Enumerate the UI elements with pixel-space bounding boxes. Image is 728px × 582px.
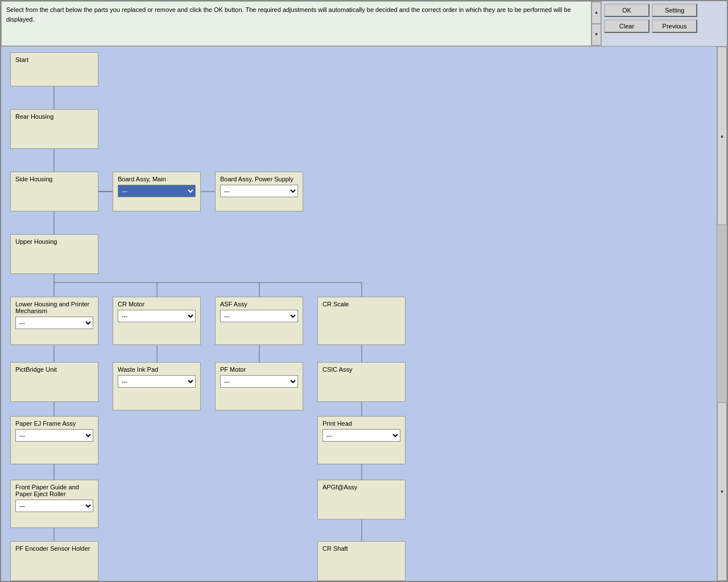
top-bar: Select from the chart below the parts yo… [1, 1, 727, 47]
ok-button[interactable]: OK [604, 3, 650, 17]
part-title-rear_housing: Rear Housing [15, 113, 93, 120]
part-select-lower_housing[interactable]: --- [15, 317, 93, 329]
part-box-apgf_assy: APGf@Assy [317, 480, 406, 519]
part-select-pf_motor[interactable]: --- [220, 375, 298, 388]
part-box-board_assy_main: Board Assy, Main--- [113, 172, 201, 211]
part-title-board_assy_main: Board Assy, Main [118, 176, 196, 182]
chart-scrollbar: ▲ ▼ [717, 47, 727, 581]
part-select-waste_ink_pad[interactable]: --- [118, 375, 196, 388]
chart-scroll-up[interactable]: ▲ [717, 47, 727, 225]
scroll-up-btn[interactable]: ▲ [592, 2, 601, 24]
part-select-board_assy_main[interactable]: --- [118, 185, 196, 197]
part-title-lower_housing: Lower Housing and Printer Mechanism [15, 301, 93, 314]
part-box-front_paper_guide: Front Paper Guide and Paper Eject Roller… [10, 480, 98, 528]
part-title-pictbridge_unit: PictBridge Unit [15, 366, 93, 373]
chart-area: StartRear HousingSide HousingBoard Assy,… [1, 47, 727, 581]
part-title-cr_shaft: CR Shaft [322, 545, 400, 552]
part-box-cr_shaft: CR Shaft [317, 541, 406, 581]
part-title-cr_scale: CR Scale [322, 301, 400, 307]
part-box-pictbridge_unit: PictBridge Unit [10, 362, 98, 402]
part-title-front_paper_guide: Front Paper Guide and Paper Eject Roller [15, 484, 93, 497]
chart-scroll-down[interactable]: ▼ [717, 402, 727, 581]
part-box-print_head: Print Head--- [317, 416, 406, 464]
part-box-csic_assy: CSIC Assy [317, 362, 406, 402]
part-box-paper_ej_frame: Paper EJ Frame Assy--- [10, 416, 98, 464]
part-select-board_assy_power[interactable]: --- [220, 185, 298, 197]
main-window: Select from the chart below the parts yo… [0, 0, 728, 582]
part-title-apgf_assy: APGf@Assy [322, 484, 400, 490]
clear-button[interactable]: Clear [604, 19, 650, 33]
previous-button[interactable]: Previous [652, 19, 697, 33]
part-title-asf_assy: ASF Assy [220, 301, 298, 307]
part-select-print_head[interactable]: --- [322, 429, 400, 442]
part-box-lower_housing: Lower Housing and Printer Mechanism--- [10, 297, 98, 345]
part-select-asf_assy[interactable]: --- [220, 310, 298, 322]
part-title-board_assy_power: Board Assy, Power Supply [220, 176, 298, 182]
part-box-side_housing: Side Housing [10, 172, 98, 211]
part-title-pf_encoder: PF Encoder Sensor Holder [15, 545, 93, 552]
part-title-start: Start [15, 56, 93, 63]
part-title-waste_ink_pad: Waste Ink Pad [118, 366, 196, 373]
part-box-rear_housing: Rear Housing [10, 109, 98, 149]
part-box-pf_encoder: PF Encoder Sensor Holder [10, 541, 98, 581]
part-title-paper_ej_frame: Paper EJ Frame Assy [15, 420, 93, 427]
chart-inner: StartRear HousingSide HousingBoard Assy,… [1, 47, 717, 581]
chart-content[interactable]: StartRear HousingSide HousingBoard Assy,… [1, 47, 717, 581]
part-select-cr_motor[interactable]: --- [118, 310, 196, 322]
part-title-upper_housing: Upper Housing [15, 238, 93, 245]
part-title-cr_motor: CR Motor [118, 301, 196, 307]
top-buttons: OK Setting Clear Previous [602, 1, 727, 46]
instruction-box: Select from the chart below the parts yo… [1, 1, 602, 46]
part-box-upper_housing: Upper Housing [10, 234, 98, 274]
part-select-front_paper_guide[interactable]: --- [15, 500, 93, 512]
part-box-board_assy_power: Board Assy, Power Supply--- [215, 172, 303, 211]
part-box-cr_motor: CR Motor--- [113, 297, 201, 345]
part-box-waste_ink_pad: Waste Ink Pad--- [113, 362, 201, 410]
part-select-paper_ej_frame[interactable]: --- [15, 429, 93, 442]
part-box-start: Start [10, 52, 98, 86]
part-box-pf_motor: PF Motor--- [215, 362, 303, 410]
part-title-csic_assy: CSIC Assy [322, 366, 400, 373]
part-title-print_head: Print Head [322, 420, 400, 427]
part-box-asf_assy: ASF Assy--- [215, 297, 303, 345]
second-row-buttons: Clear Previous [604, 19, 725, 33]
instruction-scrollbar: ▲ ▼ [591, 2, 601, 45]
setting-button[interactable]: Setting [652, 3, 697, 17]
part-title-side_housing: Side Housing [15, 176, 93, 182]
scroll-down-btn[interactable]: ▼ [592, 24, 601, 46]
top-row-buttons: OK Setting [604, 3, 725, 17]
part-box-cr_scale: CR Scale [317, 297, 406, 345]
part-title-pf_motor: PF Motor [220, 366, 298, 373]
instruction-text: Select from the chart below the parts yo… [6, 6, 571, 23]
